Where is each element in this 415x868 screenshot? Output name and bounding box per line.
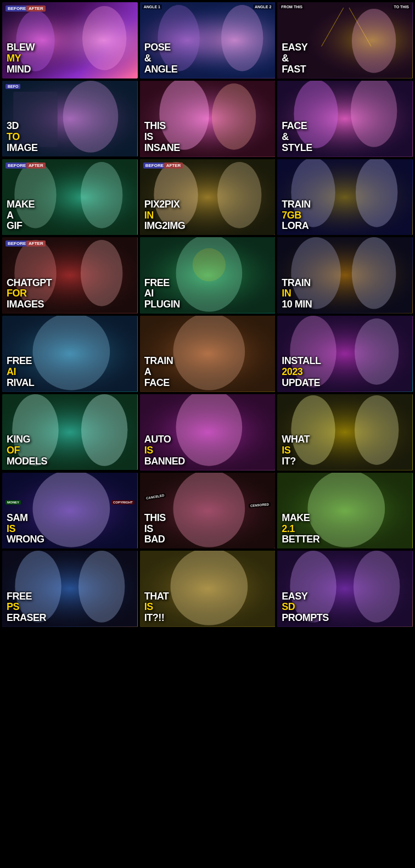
thumb-14[interactable]: TRAINAFACE [140, 316, 276, 392]
thumb-text: AUTOISBANNED [144, 434, 271, 467]
thumb-text: FREEAIRIVAL [7, 356, 133, 388]
thumb-text: EASY&FAST [282, 42, 408, 75]
thumb-text: INSTALL2023UPDATE [282, 356, 408, 388]
thumb-text: THISISINSANE [144, 121, 271, 153]
thumb-4[interactable]: BEFO 3DTOIMAGE [2, 81, 138, 157]
thumb-text: WHATISIT? [282, 434, 408, 467]
thumb-text: SAMISWRONG [7, 513, 133, 545]
thumb-1[interactable]: BEFORE AFTER BLEWMYMIND [2, 2, 138, 79]
thumb-text: MAKE2.1BETTER [282, 513, 408, 545]
thumb-text: BLEWMYMIND [7, 42, 133, 75]
thumbnail-grid: BEFORE AFTER BLEWMYMIND [0, 0, 415, 629]
thumb-text: TRAININ10 MIN [282, 278, 408, 310]
thumb-16[interactable]: KINGOFMODELS [2, 394, 138, 471]
thumb-text: CHATGPTFORIMAGES [7, 278, 133, 310]
thumb-12[interactable]: TRAININ10 MIN [277, 237, 413, 313]
thumb-text: KINGOFMODELS [7, 434, 133, 467]
thumb-text: POSE&ANGLE [144, 42, 271, 75]
thumb-text: TRAIN7GBLORA [282, 199, 408, 232]
thumb-text: THISISBAD [144, 513, 271, 545]
thumb-13[interactable]: FREEAIRIVAL [2, 316, 138, 392]
thumb-text: FREEPSERASER [7, 591, 133, 624]
thumb-18[interactable]: WHATISIT? [277, 394, 413, 471]
thumb-text: THATISIT?!! [144, 591, 271, 624]
thumb-9[interactable]: TRAIN7GBLORA [277, 159, 413, 236]
thumb-text: TRAINAFACE [144, 356, 271, 388]
thumb-text: FACE&STYLE [282, 121, 408, 153]
thumb-6[interactable]: FACE&STYLE [277, 81, 413, 157]
thumb-19[interactable]: MONEY COPYRIGHT SAMISWRONG [2, 473, 138, 549]
thumb-3[interactable]: FROM THIS TO THIS EASY&FAST [277, 2, 413, 79]
thumb-7[interactable]: BEFORE AFTER MAKEAGIF [2, 159, 138, 236]
thumb-11[interactable]: FREEAIPLUGIN [140, 237, 276, 313]
thumb-24[interactable]: EASYSDPROMPTS [277, 551, 413, 627]
thumb-23[interactable]: THATISIT?!! [140, 551, 276, 627]
thumb-text: FREEAIPLUGIN [144, 278, 271, 310]
thumb-text: PIX2PIXINIMG2IMG [144, 199, 271, 232]
thumb-text: 3DTOIMAGE [7, 121, 133, 153]
thumb-text: EASYSDPROMPTS [282, 591, 408, 624]
thumb-20[interactable]: CANCELED CENSORED THISISBAD [140, 473, 276, 549]
thumb-2[interactable]: ANGLE 1 ANGLE 2 POSE&ANGLE [140, 2, 276, 79]
thumb-text: MAKEAGIF [7, 199, 133, 232]
thumb-5[interactable]: THISISINSANE [140, 81, 276, 157]
thumb-10[interactable]: BEFORE AFTER CHATGPTFORIMAGES [2, 237, 138, 313]
thumb-8[interactable]: BEFORE AFTER PIX2PIXINIMG2IMG [140, 159, 276, 236]
thumb-15[interactable]: INSTALL2023UPDATE [277, 316, 413, 392]
thumb-17[interactable]: AUTOISBANNED [140, 394, 276, 471]
thumb-22[interactable]: FREEPSERASER [2, 551, 138, 627]
thumb-21[interactable]: MAKE2.1BETTER [277, 473, 413, 549]
